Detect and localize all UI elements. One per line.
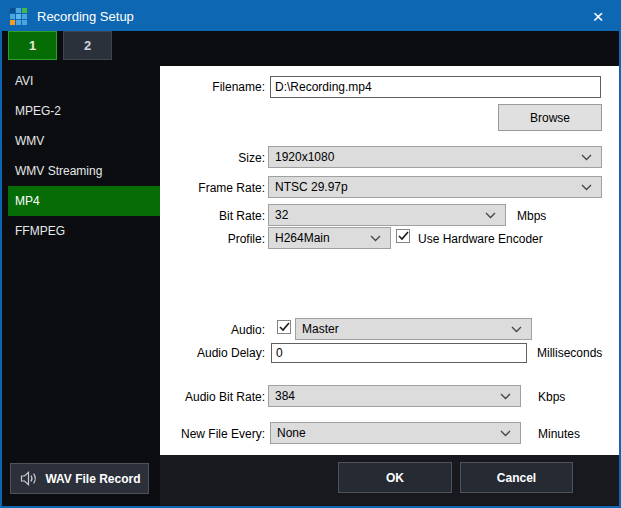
wav-file-record-button[interactable]: WAV File Record [10, 463, 149, 494]
bit-rate-unit: Mbps [517, 209, 546, 223]
chevron-down-icon [581, 154, 592, 161]
audio-bit-rate-label: Audio Bit Rate: [160, 390, 265, 404]
hardware-encoder-checkbox[interactable] [396, 229, 410, 243]
cancel-button[interactable]: Cancel [460, 462, 573, 493]
new-file-every-value: None [271, 426, 500, 440]
check-icon [279, 322, 290, 332]
frame-rate-label: Frame Rate: [160, 181, 265, 195]
chevron-down-icon [500, 430, 511, 437]
frame-rate-select[interactable]: NTSC 29.97p [268, 176, 602, 198]
size-label: Size: [160, 151, 265, 165]
audio-delay-input[interactable]: 0 [271, 343, 527, 363]
audio-delay-label: Audio Delay: [160, 346, 265, 360]
filename-input[interactable]: D:\Recording.mp4 [270, 76, 601, 98]
settings-panel: Filename: D:\Recording.mp4 Browse Size: … [160, 66, 619, 455]
speaker-icon [20, 471, 38, 486]
audio-source-value: Master [296, 322, 511, 336]
audio-label: Audio: [160, 323, 265, 337]
new-file-every-label: New File Every: [160, 427, 265, 441]
profile-select[interactable]: H264Main [268, 227, 391, 249]
sidebar-item-mpeg2[interactable]: MPEG-2 [8, 96, 160, 126]
chevron-down-icon [500, 393, 511, 400]
audio-checkbox[interactable] [277, 320, 291, 334]
chevron-down-icon [485, 212, 496, 219]
sidebar-item-ffmpeg[interactable]: FFMPEG [8, 216, 160, 246]
wav-file-record-label: WAV File Record [38, 472, 148, 486]
size-select[interactable]: 1920x1080 [268, 146, 602, 168]
audio-source-select[interactable]: Master [295, 318, 532, 340]
bit-rate-label: Bit Rate: [160, 209, 265, 223]
profile-label: Profile: [160, 232, 265, 246]
new-file-every-unit: Minutes [538, 427, 580, 441]
window-title: Recording Setup [37, 9, 134, 24]
audio-bit-rate-select[interactable]: 384 [268, 385, 521, 407]
chevron-down-icon [370, 235, 381, 242]
profile-value: H264Main [269, 231, 370, 245]
hardware-encoder-label: Use Hardware Encoder [418, 232, 543, 246]
tab-1[interactable]: 1 [8, 31, 57, 60]
sidebar-item-wmv[interactable]: WMV [8, 126, 160, 156]
frame-rate-value: NTSC 29.97p [269, 180, 581, 194]
chevron-down-icon [511, 326, 522, 333]
audio-bit-rate-unit: Kbps [538, 390, 565, 404]
bit-rate-value: 32 [269, 208, 485, 222]
ok-button[interactable]: OK [338, 462, 452, 493]
tab-2[interactable]: 2 [63, 31, 112, 60]
browse-button[interactable]: Browse [498, 104, 602, 131]
filename-label: Filename: [160, 80, 265, 94]
sidebar-item-mp4[interactable]: MP4 [8, 186, 160, 216]
titlebar[interactable]: Recording Setup × [2, 2, 619, 31]
vmix-logo-icon [10, 8, 27, 25]
audio-bit-rate-value: 384 [269, 389, 500, 403]
recording-setup-dialog: Recording Setup × 1 2 AVI MPEG-2 WMV WMV… [0, 0, 621, 508]
size-value: 1920x1080 [269, 150, 581, 164]
sidebar-item-wmv-streaming[interactable]: WMV Streaming [8, 156, 160, 186]
sidebar-item-avi[interactable]: AVI [8, 66, 160, 96]
bit-rate-select[interactable]: 32 [268, 204, 506, 226]
close-icon[interactable]: × [581, 2, 615, 31]
audio-delay-unit: Milliseconds [537, 346, 602, 360]
new-file-every-select[interactable]: None [270, 422, 521, 444]
chevron-down-icon [581, 184, 592, 191]
check-icon [398, 231, 409, 241]
